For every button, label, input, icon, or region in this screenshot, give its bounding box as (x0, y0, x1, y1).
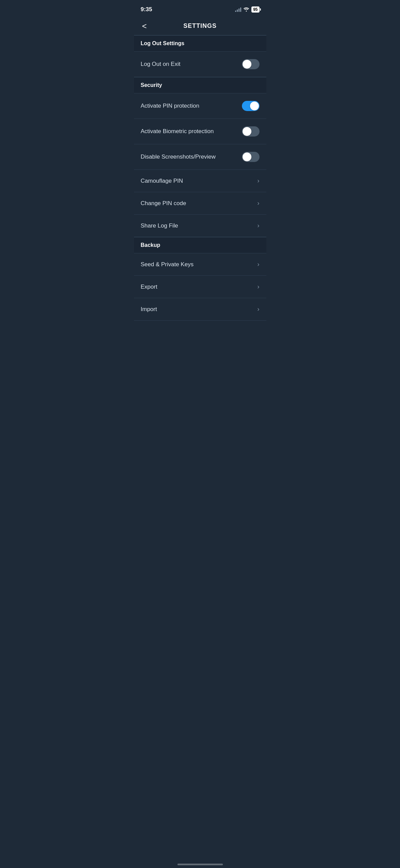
battery-level: 95 (253, 7, 258, 12)
row-activate-biometric[interactable]: Activate Biometric protection (134, 119, 266, 144)
log-out-on-exit-label: Log Out on Exit (141, 61, 180, 68)
chevron-right-icon: › (258, 177, 260, 184)
back-button[interactable]: < (141, 20, 148, 32)
activate-biometric-label: Activate Biometric protection (141, 128, 214, 135)
row-import[interactable]: Import › (134, 298, 266, 321)
import-label: Import (141, 306, 157, 313)
seed-private-keys-label: Seed & Private Keys (141, 261, 194, 268)
status-bar: 9:35 95 (134, 0, 266, 17)
section-header-security: Security (134, 77, 266, 93)
status-icons: 95 (235, 6, 259, 13)
row-export[interactable]: Export › (134, 276, 266, 298)
section-header-logout: Log Out Settings (134, 35, 266, 52)
back-arrow-icon: < (142, 21, 147, 31)
row-change-pin-code[interactable]: Change PIN code › (134, 192, 266, 215)
toggle-knob (243, 152, 251, 161)
activate-biometric-toggle[interactable] (242, 126, 260, 137)
chevron-right-icon: › (258, 306, 260, 313)
settings-header: < SETTINGS (134, 17, 266, 35)
disable-screenshots-label: Disable Screenshots/Preview (141, 153, 216, 160)
log-out-on-exit-toggle[interactable] (242, 59, 260, 69)
share-log-label: Share Log File (141, 222, 178, 229)
toggle-knob (250, 102, 259, 110)
chevron-right-icon: › (258, 222, 260, 229)
row-share-log-file[interactable]: Share Log File › (134, 215, 266, 237)
page-title: SETTINGS (183, 22, 216, 30)
settings-list: Log Out Settings Log Out on Exit Securit… (134, 35, 266, 334)
status-time: 9:35 (141, 6, 152, 13)
disable-screenshots-toggle[interactable] (242, 152, 260, 162)
section-header-backup: Backup (134, 237, 266, 253)
camouflage-pin-label: Camouflage PIN (141, 178, 183, 184)
toggle-knob (243, 60, 251, 69)
activate-pin-label: Activate PIN protection (141, 103, 199, 109)
activate-pin-toggle[interactable] (242, 101, 260, 111)
export-label: Export (141, 284, 157, 290)
signal-icon (235, 7, 241, 12)
row-activate-pin-protection[interactable]: Activate PIN protection (134, 93, 266, 119)
row-seed-private-keys[interactable]: Seed & Private Keys › (134, 253, 266, 276)
chevron-right-icon: › (258, 283, 260, 290)
chevron-right-icon: › (258, 261, 260, 268)
toggle-knob (243, 127, 251, 136)
row-log-out-on-exit[interactable]: Log Out on Exit (134, 52, 266, 77)
change-pin-label: Change PIN code (141, 200, 186, 207)
chevron-right-icon: › (258, 200, 260, 207)
battery-icon: 95 (251, 6, 259, 13)
wifi-icon (243, 7, 249, 13)
row-disable-screenshots[interactable]: Disable Screenshots/Preview (134, 144, 266, 170)
row-camouflage-pin[interactable]: Camouflage PIN › (134, 170, 266, 192)
